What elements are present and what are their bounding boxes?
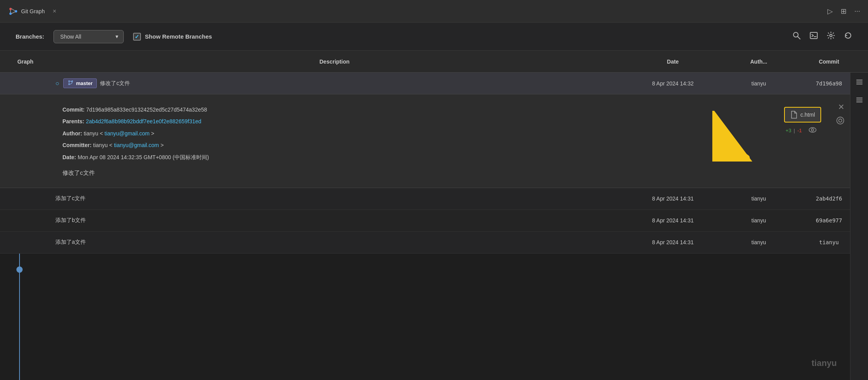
committer-email-close: > — [160, 142, 164, 148]
commit-label: Commit: — [62, 107, 85, 113]
svg-line-5 — [11, 12, 15, 14]
more-button[interactable]: ··· — [854, 7, 860, 15]
tab[interactable]: Git Graph × — [8, 6, 59, 17]
author-cell-2: tianyu — [727, 217, 790, 224]
svg-rect-29 — [856, 98, 863, 99]
titlebar-right: ▷ ⊞ ··· — [827, 7, 860, 16]
author-cell-1: tianyu — [727, 195, 790, 202]
branch-icon — [68, 80, 74, 87]
branch-name: master — [76, 80, 93, 86]
svg-rect-31 — [856, 101, 863, 103]
parents-label: Parents: — [62, 118, 84, 124]
tab-title: Git Graph — [21, 8, 45, 14]
table-row[interactable]: 添加了c文件 8 Apr 2024 14:31 tianyu 2ab4d2f6 — [0, 188, 868, 210]
watermark: tianyu — [811, 358, 837, 368]
file-icon — [790, 111, 797, 119]
date-cell-3: 8 Apr 2024 14:31 — [618, 239, 727, 245]
th-date: Date — [618, 59, 727, 65]
branches-select[interactable]: Show All master main — [53, 30, 124, 43]
commit-detail-parents: Parents: 2ab4d2f6a8b98b92bddf7ee1e0f2e88… — [62, 117, 398, 126]
committer-name: tianyu < — [93, 142, 112, 148]
panel-icon-list1[interactable] — [856, 78, 863, 87]
yellow-arrow-svg — [708, 111, 755, 162]
settings-icon[interactable] — [827, 31, 835, 42]
date-cell-top: 8 Apr 2024 14:32 — [618, 80, 727, 87]
close-icon[interactable]: × — [50, 7, 59, 16]
expanded-commit-row[interactable]: ○ master 修改了c文件 8 Apr 2024 1 — [0, 73, 868, 94]
diff-button[interactable] — [836, 116, 845, 127]
table-body: ○ master 修改了c文件 8 Apr 2024 1 — [0, 73, 868, 380]
commit-hash-value: 7d196a985a833ec91324252ed5c27d5474a32e58 — [86, 107, 207, 113]
file-chip[interactable]: c.html — [784, 107, 821, 123]
commit-detail-commit: Commit: 7d196a985a833ec91324252ed5c27d54… — [62, 105, 398, 114]
committer-label: Committer: — [62, 142, 92, 148]
file-name: c.html — [800, 112, 815, 118]
svg-rect-26 — [856, 80, 863, 81]
author-label: Author: — [62, 130, 82, 137]
th-commit: Commit — [790, 59, 868, 65]
author-email-link[interactable]: tianyu@gmail.com — [105, 130, 149, 137]
author-cell-3: tianyu — [727, 239, 790, 245]
refresh-icon[interactable] — [844, 31, 852, 42]
date-cell-1: 8 Apr 2024 14:31 — [618, 195, 727, 202]
svg-rect-27 — [856, 82, 863, 83]
row1-title: 添加了c文件 — [55, 195, 85, 202]
svg-point-23 — [811, 129, 814, 131]
right-panel-icons — [850, 73, 868, 380]
remote-branches-label-text: Show Remote Branches — [145, 33, 212, 40]
svg-rect-28 — [856, 83, 863, 85]
toolbar: Branches: Show All master main ▼ ✓ Show … — [0, 23, 868, 51]
layout-button[interactable]: ⊞ — [841, 7, 847, 16]
th-author: Auth... — [727, 59, 790, 65]
th-description: Description — [51, 59, 618, 65]
branch-circle-indicator: ○ — [55, 80, 59, 87]
table-header: Graph Description Date Auth... Commit — [0, 51, 868, 73]
row3-title: 添加了a文件 — [55, 239, 86, 246]
main-content: Graph Description Date Auth... Commit ○ — [0, 51, 868, 380]
panel-icon-list2[interactable] — [856, 96, 863, 105]
description-cell-2: 添加了b文件 — [51, 217, 618, 224]
commit-detail-panel: Commit: 7d196a985a833ec91324252ed5c27d54… — [0, 94, 868, 188]
commit-detail-content: Commit: 7d196a985a833ec91324252ed5c27d54… — [62, 105, 398, 177]
table-row[interactable]: 添加了b文件 8 Apr 2024 14:31 tianyu 69a6e977 — [0, 210, 868, 232]
description-cell-1: 添加了c文件 — [51, 195, 618, 202]
run-button[interactable]: ▷ — [827, 7, 833, 16]
author-cell-top: tianyu — [727, 80, 790, 87]
parents-hash-link[interactable]: 2ab4d2f6a8b98b92bddf7ee1e0f2e882659f31ed — [86, 118, 201, 124]
svg-point-24 — [837, 117, 844, 124]
toolbar-icons — [792, 31, 852, 42]
svg-point-19 — [68, 83, 70, 85]
table-row[interactable]: 添加了a文件 8 Apr 2024 14:31 tianyu tianyu — [0, 232, 868, 254]
svg-point-22 — [809, 128, 816, 132]
commit-detail-author: Author: tianyu < tianyu@gmail.com > — [62, 129, 398, 138]
search-icon[interactable] — [792, 31, 801, 42]
description-cell-top: ○ master 修改了c文件 — [51, 78, 618, 88]
svg-point-17 — [68, 80, 70, 82]
checkbox-icon: ✓ — [133, 33, 141, 41]
commit-title: 修改了c文件 — [100, 80, 130, 87]
show-remote-branches-toggle[interactable]: ✓ Show Remote Branches — [133, 33, 212, 41]
commit-detail-date: Date: Mon Apr 08 2024 14:32:35 GMT+0800 … — [62, 153, 398, 162]
svg-line-7 — [798, 37, 800, 39]
commit-detail-committer: Committer: tianyu < tianyu@gmail.com > — [62, 141, 398, 149]
close-detail-button[interactable]: ✕ — [838, 102, 845, 112]
svg-line-4 — [11, 9, 15, 11]
date-cell-2: 8 Apr 2024 14:31 — [618, 217, 727, 224]
committer-email-link[interactable]: tianyu@gmail.com — [114, 142, 159, 148]
author-name: tianyu < — [84, 130, 103, 137]
terminal-icon[interactable] — [809, 31, 818, 42]
svg-point-10 — [830, 34, 832, 37]
additions: +3 — [786, 128, 792, 133]
svg-point-16 — [17, 267, 22, 272]
branch-badge[interactable]: master — [63, 78, 97, 88]
date-label: Date: — [62, 154, 76, 160]
author-email-close: > — [151, 130, 154, 137]
commit-message: 修改了c文件 — [62, 169, 398, 177]
eye-icon[interactable] — [809, 126, 816, 135]
branches-label: Branches: — [16, 33, 44, 40]
deletions: -1 — [797, 128, 802, 133]
titlebar-left: Git Graph × — [8, 6, 59, 17]
stat-separator: | — [793, 128, 795, 133]
th-graph: Graph — [0, 59, 51, 65]
branches-select-wrapper[interactable]: Show All master main ▼ — [53, 30, 124, 43]
